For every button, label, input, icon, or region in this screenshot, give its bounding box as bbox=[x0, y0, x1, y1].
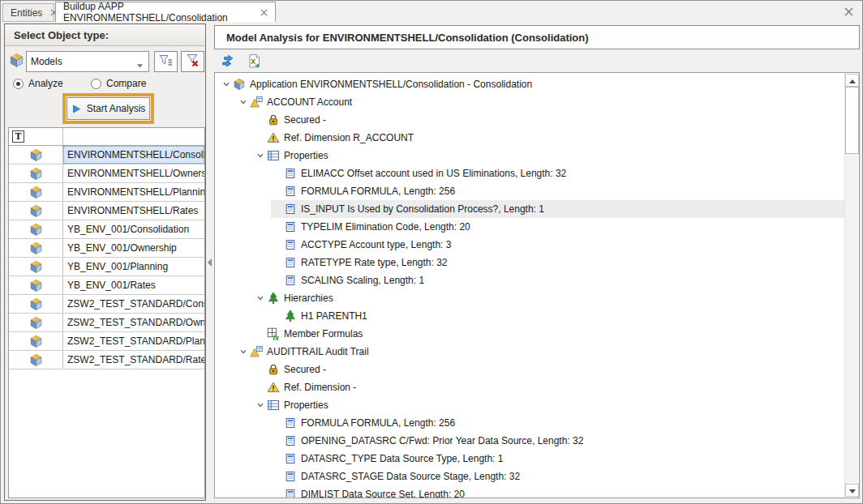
property-item-icon bbox=[284, 203, 297, 216]
expander-spacer bbox=[254, 328, 266, 340]
expander-chevron-down-icon[interactable] bbox=[254, 399, 266, 412]
expander-chevron-down-icon[interactable] bbox=[254, 293, 266, 305]
tree-node[interactable]: DATASRC_TYPE Data Source Type, Length: 1 bbox=[215, 450, 844, 468]
tree-node[interactable]: FORMULA FORMULA, Length: 256 bbox=[215, 414, 844, 432]
member-formula-icon: fx bbox=[267, 327, 280, 340]
expander-chevron-down-icon[interactable] bbox=[220, 79, 232, 91]
model-row-name-cell[interactable]: ENVIRONMENTSHELL/Consolidation bbox=[63, 146, 204, 164]
tree-node[interactable]: ELIMACC Offset account used in US Elimin… bbox=[215, 164, 844, 182]
tree-node-content: Secured - bbox=[254, 361, 844, 378]
scroll-down-button[interactable] bbox=[845, 484, 859, 497]
tree-node[interactable]: IS_INPUT Is Used by Consolidation Proces… bbox=[215, 200, 844, 218]
radio-compare-circle[interactable] bbox=[91, 79, 101, 89]
model-row[interactable]: ENVIRONMENTSHELL/Rates bbox=[9, 202, 204, 220]
model-row[interactable]: YB_ENV_001/Planning bbox=[9, 258, 204, 276]
tree-node[interactable]: AUDITTRAIL Audit Trail bbox=[215, 343, 844, 361]
clear-filter-button[interactable] bbox=[181, 51, 204, 72]
tree-node[interactable]: Application ENVIRONMENTSHELL/Consolidati… bbox=[215, 75, 844, 93]
tree-node[interactable]: Ref. Dimension - bbox=[215, 378, 844, 396]
model-row-name-cell[interactable]: ZSW2_TEST_STANDARD/Planning bbox=[63, 332, 204, 350]
model-row[interactable]: ZSW2_TEST_STANDARD/Owners... bbox=[9, 314, 204, 332]
filter-button[interactable] bbox=[154, 51, 178, 72]
tree-node-label: SCALING Scaling, Length: 1 bbox=[301, 275, 424, 286]
tab-entities[interactable]: Entities bbox=[2, 3, 54, 22]
expander-spacer bbox=[271, 310, 283, 322]
model-row-name-cell[interactable]: YB_ENV_001/Rates bbox=[63, 276, 204, 294]
lock-icon bbox=[267, 363, 280, 376]
model-row[interactable]: YB_ENV_001/Rates bbox=[9, 276, 204, 295]
radio-analyze[interactable]: Analyze bbox=[13, 78, 63, 89]
model-row[interactable]: ENVIRONMENTSHELL/Consolidation bbox=[9, 146, 204, 164]
model-row[interactable]: YB_ENV_001/Ownership bbox=[9, 239, 204, 258]
tree-node[interactable]: RATETYPE Rate type, Length: 32 bbox=[215, 254, 844, 271]
tree-node[interactable]: DATASRC_STAGE Data Source Stage, Length:… bbox=[215, 468, 844, 485]
model-row-name-cell[interactable]: ZSW2_TEST_STANDARD/Consoli... bbox=[63, 295, 204, 313]
vertical-scrollbar[interactable] bbox=[844, 74, 858, 497]
expander-spacer bbox=[271, 489, 283, 499]
tree-node-label: ACCTYPE Account type, Length: 3 bbox=[301, 239, 451, 250]
tree-node[interactable]: Properties bbox=[215, 396, 844, 414]
text-filter-icon[interactable]: T bbox=[12, 130, 24, 143]
tree-node[interactable]: H1 PARENTH1 bbox=[215, 307, 844, 325]
model-cube-icon bbox=[29, 316, 43, 330]
close-icon[interactable] bbox=[260, 7, 268, 17]
tree-node-content: Properties bbox=[254, 147, 844, 164]
model-table-header[interactable]: T bbox=[9, 128, 204, 146]
tab-buildup[interactable]: Buildup AAPP ENVIRONMENTSHELL/Consolidat… bbox=[55, 2, 276, 22]
tree-node[interactable]: Properties bbox=[215, 147, 844, 164]
excel-export-icon[interactable]: X bbox=[244, 51, 264, 70]
expander-chevron-down-icon[interactable] bbox=[237, 96, 249, 109]
model-row[interactable]: ENVIRONMENTSHELL/Planning bbox=[9, 183, 204, 202]
tree-node[interactable]: SCALING Scaling, Length: 1 bbox=[215, 271, 844, 289]
expander-spacer bbox=[271, 186, 283, 198]
model-row-name-cell[interactable]: YB_ENV_001/Ownership bbox=[63, 239, 204, 257]
tree-node[interactable]: Secured - bbox=[215, 361, 844, 378]
model-row-name-cell[interactable]: YB_ENV_001/Consolidation bbox=[63, 220, 204, 238]
tree-node-content: RATETYPE Rate type, Length: 32 bbox=[271, 254, 844, 271]
close-icon[interactable] bbox=[843, 6, 854, 17]
expander-chevron-down-icon[interactable] bbox=[237, 346, 249, 358]
model-row-name-cell[interactable]: ZSW2_TEST_STANDARD/Rates bbox=[63, 351, 204, 369]
model-row[interactable]: ZSW2_TEST_STANDARD/Rates bbox=[9, 351, 204, 369]
collapse-left-icon[interactable] bbox=[207, 257, 213, 268]
tree-node-content: ACCTYPE Account type, Length: 3 bbox=[271, 236, 844, 254]
model-row-name-cell[interactable]: YB_ENV_001/Planning bbox=[63, 258, 204, 275]
radio-analyze-circle[interactable] bbox=[13, 79, 24, 89]
property-item-icon bbox=[284, 220, 297, 233]
tree-node[interactable]: Ref. Dimension R_ACCOUNT bbox=[215, 129, 844, 147]
tab-strip: Entities Buildup AAPP ENVIRONMENTSHELL/C… bbox=[1, 1, 862, 22]
transfer-arrows-icon[interactable] bbox=[218, 51, 238, 70]
tree-node[interactable]: ACCOUNT Account bbox=[215, 93, 844, 111]
expander-spacer bbox=[254, 114, 266, 126]
tree-node[interactable]: Hierarchies bbox=[215, 289, 844, 307]
model-row[interactable]: ZSW2_TEST_STANDARD/Consoli... bbox=[9, 295, 204, 314]
model-row[interactable]: ENVIRONMENTSHELL/Ownership bbox=[9, 164, 204, 183]
expander-chevron-down-icon[interactable] bbox=[254, 150, 266, 162]
start-analysis-button[interactable]: Start Analysis bbox=[67, 97, 150, 120]
dimension-icon bbox=[250, 345, 263, 358]
model-row[interactable]: YB_ENV_001/Consolidation bbox=[9, 220, 204, 239]
tree-node[interactable]: ACCTYPE Account type, Length: 3 bbox=[215, 236, 844, 254]
scroll-up-button[interactable] bbox=[845, 74, 859, 87]
radio-compare[interactable]: Compare bbox=[91, 78, 146, 89]
tree-node-label: ACCOUNT Account bbox=[267, 96, 352, 108]
tree-node[interactable]: Secured - bbox=[215, 111, 844, 129]
model-row[interactable]: ZSW2_TEST_STANDARD/Planning bbox=[9, 332, 204, 351]
model-row-name-cell[interactable]: ENVIRONMENTSHELL/Rates bbox=[63, 202, 204, 220]
model-row-label: YB_ENV_001/Planning bbox=[63, 258, 204, 275]
tree-node[interactable]: OPENING_DATASRC C/Fwd: Prior Year Data S… bbox=[215, 432, 844, 450]
tree-node[interactable]: DIMLIST Data Source Set, Length: 20 bbox=[215, 485, 844, 498]
model-row-icon-cell bbox=[9, 351, 63, 369]
model-row-name-cell[interactable]: ENVIRONMENTSHELL/Ownership bbox=[63, 164, 204, 182]
tree-node[interactable]: TYPELIM Elimination Code, Length: 20 bbox=[215, 218, 844, 236]
tree-node[interactable]: FORMULA FORMULA, Length: 256 bbox=[215, 182, 844, 200]
scrollbar-thumb[interactable] bbox=[845, 87, 859, 154]
model-row-name-cell[interactable]: ENVIRONMENTSHELL/Planning bbox=[63, 183, 204, 201]
panel-splitter[interactable] bbox=[206, 23, 213, 501]
svg-text:fx: fx bbox=[273, 334, 281, 341]
tree-node[interactable]: fxMember Formulas bbox=[215, 325, 844, 343]
object-type-dropdown[interactable]: Models bbox=[26, 51, 149, 72]
filter-icon bbox=[158, 53, 174, 70]
arrow-down-icon bbox=[849, 485, 856, 496]
model-row-name-cell[interactable]: ZSW2_TEST_STANDARD/Owners... bbox=[63, 314, 204, 331]
